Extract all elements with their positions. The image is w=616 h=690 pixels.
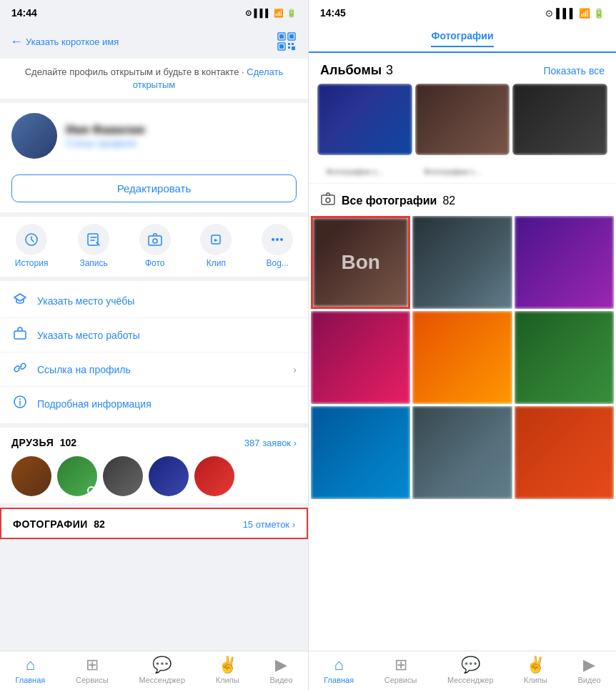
messenger-icon-right: 💬 (461, 656, 480, 674)
svg-point-21 (326, 198, 330, 202)
edit-button[interactable]: Редактировать (11, 174, 297, 202)
albums-count: 3 (386, 63, 393, 78)
tab-photos[interactable]: Фотографии (431, 30, 493, 47)
back-button[interactable]: ← Указать короткое имя (10, 34, 119, 49)
info-work[interactable]: Указать место работы (0, 318, 308, 353)
photo-cell-8[interactable] (412, 406, 512, 499)
nav-messenger-left[interactable]: 💬 Мессенджер (139, 656, 185, 684)
services-label-right: Сервисы (384, 676, 417, 684)
qr-button[interactable] (275, 30, 298, 53)
nav-home-left[interactable]: ⌂ Главная (15, 656, 45, 684)
friends-title: ДРУЗЬЯ (11, 437, 54, 448)
photo-cell-7[interactable] (311, 406, 410, 499)
friend-avatar-2[interactable] (57, 456, 97, 496)
info-items: Указать место учёбы Указать место работы… (0, 281, 308, 423)
video-icon-right: ▶ (583, 656, 595, 674)
signal-icon-right: ▌▌▌ (556, 8, 576, 19)
photo-cell-2[interactable] (412, 216, 512, 309)
work-text: Указать место работы (37, 330, 140, 341)
photos-title: ФОТОГРАФИИ (13, 518, 88, 530)
info-detail[interactable]: Подробная информация (0, 387, 308, 420)
right-top-nav: Фотографии (309, 26, 616, 53)
bottom-nav-right: ⌂ Главная ⊞ Сервисы 💬 Мессенджер ✌ Клипы… (309, 651, 616, 690)
svg-rect-12 (149, 236, 162, 245)
friends-header: ДРУЗЬЯ 102 387 заявок › (11, 436, 297, 449)
home-label-right: Главная (324, 676, 354, 684)
detail-icon (11, 395, 29, 413)
link-icon (11, 360, 29, 378)
nav-video-left[interactable]: ▶ Видео (269, 656, 292, 684)
photo-cell-6[interactable] (515, 311, 614, 404)
info-link[interactable]: Ссылка на профиль › (0, 353, 308, 387)
photo-cell-1[interactable]: Bon (311, 216, 410, 309)
top-nav-left: ← Указать короткое имя (0, 26, 308, 59)
photo-icon (139, 224, 171, 255)
clips-label-right: Клипы (524, 676, 547, 684)
friends-requests[interactable]: 387 заявок › (244, 438, 297, 448)
info-study[interactable]: Указать место учёбы (0, 284, 308, 318)
home-icon-right: ⌂ (334, 656, 344, 674)
battery-icon-left: 🔋 (287, 9, 297, 18)
photo-cell-9[interactable] (515, 406, 614, 499)
nav-messenger-right[interactable]: 💬 Мессенджер (447, 656, 494, 684)
messenger-label-right: Мессенджер (447, 676, 494, 684)
home-icon-left: ⌂ (26, 656, 35, 674)
profile-status: Статус профиля (66, 138, 297, 149)
albums-show-all[interactable]: Показать все (544, 65, 605, 77)
bottom-nav-left: ⌂ Главная ⊞ Сервисы 💬 Мессенджер ✌ Клипы… (0, 651, 308, 690)
work-icon (11, 326, 29, 344)
clips-icon-left: ✌ (218, 656, 237, 674)
action-more[interactable]: Bog... (262, 224, 293, 268)
friend-avatar-4[interactable] (149, 456, 189, 496)
link-arrow: › (293, 364, 297, 375)
action-clip[interactable]: Клип (200, 224, 232, 268)
check-icon-left: ⊙ (245, 9, 252, 18)
wifi-icon-left: 📶 (274, 9, 284, 18)
history-label: История (15, 258, 49, 268)
nav-home-right[interactable]: ⌂ Главная (324, 656, 354, 684)
post-label: Запись (79, 258, 107, 268)
nav-services-left[interactable]: ⊞ Сервисы (76, 656, 109, 684)
nav-clips-right[interactable]: ✌ Клипы (524, 656, 547, 684)
signal-icon-left: ▌▌▌ (254, 9, 271, 17)
album-label-1: Фотографии с... (317, 167, 392, 176)
nav-services-right[interactable]: ⊞ Сервисы (384, 656, 417, 684)
messenger-icon-left: 💬 (152, 656, 172, 674)
all-photos-icon (320, 191, 336, 210)
link-text: Ссылка на профиль (37, 364, 131, 375)
friend-avatar-1[interactable] (11, 456, 51, 496)
photo-label: Фото (145, 258, 165, 268)
action-post[interactable]: Запись (78, 224, 109, 268)
friend-avatar-5[interactable] (194, 456, 234, 496)
clips-label-left: Клипы (216, 676, 239, 684)
photo-cell-4[interactable] (311, 311, 410, 404)
friends-avatars (11, 456, 297, 496)
album-grid (309, 84, 616, 162)
all-photos-count: 82 (442, 194, 455, 207)
nav-clips-left[interactable]: ✌ Клипы (216, 656, 239, 684)
time-right: 14:45 (320, 7, 346, 19)
back-arrow-icon: ← (10, 34, 23, 49)
album-thumb-1[interactable] (317, 84, 412, 155)
svg-point-15 (272, 238, 274, 241)
clip-label: Клип (207, 258, 226, 268)
more-label: Bog... (266, 258, 288, 268)
nav-video-right[interactable]: ▶ Видео (578, 656, 601, 684)
svg-rect-3 (289, 34, 294, 39)
friend-avatar-3[interactable] (103, 456, 143, 496)
left-panel: 14:44 ⊙ ▌▌▌ 📶 🔋 ← Указать короткое имя (0, 0, 308, 690)
photo-cell-3[interactable] (515, 216, 614, 309)
qr-icon (277, 31, 297, 51)
services-icon-right: ⊞ (394, 656, 407, 674)
album-thumb-2[interactable] (415, 84, 510, 155)
action-photo[interactable]: Фото (139, 224, 171, 268)
video-label-left: Видео (269, 676, 292, 684)
photo-cell-5[interactable] (412, 311, 512, 404)
action-history[interactable]: История (15, 224, 49, 268)
friends-section: ДРУЗЬЯ 102 387 заявок › (0, 428, 308, 503)
avatar (11, 113, 57, 159)
photos-tags[interactable]: 15 отметок › (243, 519, 295, 530)
album-thumb-3[interactable] (512, 84, 607, 155)
video-label-right: Видео (578, 676, 601, 684)
svg-rect-6 (288, 43, 290, 45)
